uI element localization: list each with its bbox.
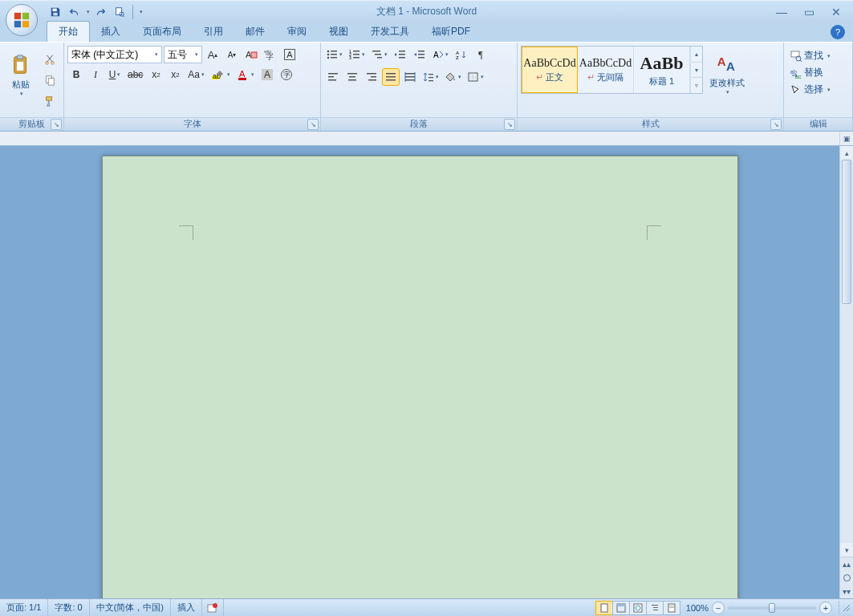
show-marks-button[interactable]: ¶ [472, 46, 489, 63]
change-case-button[interactable]: Aa▾ [185, 66, 207, 83]
shading-button[interactable]: ▾ [443, 68, 464, 86]
next-page-button[interactable]: ▾▾ [840, 585, 853, 598]
undo-dropdown[interactable]: ▾ [87, 9, 90, 15]
style-item-no-spacing[interactable]: AaBbCcDd ↵ 无间隔 [578, 47, 634, 93]
select-button[interactable]: 选择▾ [787, 81, 834, 98]
clipboard-launcher[interactable]: ↘ [51, 119, 62, 130]
replace-button[interactable]: abac 替换 [787, 64, 827, 81]
font-name-combo[interactable]: 宋体 (中文正文)▾ [67, 46, 162, 63]
style-item-heading-1[interactable]: AaBb 标题 1 [634, 47, 690, 93]
borders-button[interactable]: ▾ [465, 68, 486, 86]
shrink-font-button[interactable]: A▾ [223, 46, 241, 63]
cut-button[interactable] [41, 51, 59, 68]
tab-home[interactable]: 开始 [47, 21, 90, 42]
view-full-screen-button[interactable] [612, 601, 630, 615]
subscript-button[interactable]: x2 [147, 66, 165, 83]
scroll-up-button[interactable]: ▴ [840, 146, 853, 160]
qat-customize-dropdown[interactable]: ▾ [140, 9, 143, 15]
font-color-button[interactable]: A▾ [234, 66, 257, 83]
format-painter-button[interactable] [41, 92, 59, 110]
zoom-out-button[interactable]: − [712, 602, 725, 614]
minimize-button[interactable]: ― [773, 4, 790, 20]
paragraph-launcher[interactable]: ↘ [504, 119, 515, 130]
tab-foxit-pdf[interactable]: 福昕PDF [420, 22, 481, 42]
sort-button[interactable]: AZ [453, 46, 470, 63]
justify-button[interactable] [382, 68, 400, 86]
line-spacing-button[interactable]: ▾ [420, 68, 441, 86]
vertical-scrollbar[interactable]: ▴ ▾ ▴▴ ▾▾ [839, 146, 853, 598]
decrease-indent-button[interactable] [392, 46, 409, 63]
font-launcher[interactable]: ↘ [307, 119, 319, 130]
document-page[interactable] [102, 156, 738, 598]
highlight-button[interactable]: ab▾ [209, 66, 233, 83]
underline-button[interactable]: U▾ [106, 66, 124, 83]
view-draft-button[interactable] [663, 601, 680, 615]
tab-insert[interactable]: 插入 [90, 22, 132, 42]
save-button[interactable] [47, 3, 64, 21]
strikethrough-button[interactable]: abc [125, 66, 145, 83]
status-page[interactable]: 页面: 1/1 [0, 599, 48, 616]
paste-button[interactable]: 粘贴 ▾ [5, 47, 37, 102]
align-right-button[interactable] [363, 68, 380, 86]
ruler-toggle-button[interactable]: ▣ [839, 132, 853, 146]
numbering-button[interactable]: 123▾ [347, 46, 368, 63]
increase-indent-button[interactable] [411, 46, 429, 63]
bold-button[interactable]: B [67, 66, 85, 83]
view-web-layout-button[interactable] [629, 601, 647, 615]
grow-font-button[interactable]: A▴ [204, 46, 221, 63]
character-shading-button[interactable]: A [258, 66, 276, 83]
multilevel-list-button[interactable]: ▾ [369, 46, 390, 63]
tab-mailings[interactable]: 邮件 [234, 22, 276, 42]
align-left-button[interactable] [324, 68, 342, 86]
help-button[interactable]: ? [831, 25, 845, 39]
status-word-count[interactable]: 字数: 0 [48, 599, 89, 616]
asian-layout-button[interactable]: A▾ [430, 46, 451, 63]
styles-launcher[interactable]: ↘ [770, 119, 782, 130]
zoom-slider[interactable] [728, 606, 816, 610]
gallery-up-button[interactable]: ▴ [691, 47, 702, 63]
tab-page-layout[interactable]: 页面布局 [132, 22, 193, 42]
status-insert-mode[interactable]: 插入 [171, 599, 202, 616]
status-macro-button[interactable] [202, 599, 224, 616]
office-button[interactable] [6, 4, 38, 36]
zoom-value[interactable]: 100% [686, 603, 709, 613]
scroll-down-button[interactable]: ▾ [840, 543, 853, 557]
close-button[interactable]: ✕ [827, 4, 845, 20]
gallery-more-button[interactable]: ▿ [691, 78, 702, 93]
align-center-button[interactable] [343, 68, 361, 86]
zoom-in-button[interactable]: + [819, 602, 832, 614]
maximize-button[interactable]: ▭ [800, 4, 818, 20]
print-preview-button[interactable] [111, 3, 128, 21]
view-outline-button[interactable] [646, 601, 664, 615]
clear-formatting-button[interactable]: A [242, 46, 260, 63]
change-styles-button[interactable]: AA 更改样式 ▾ [705, 46, 749, 100]
character-border-button[interactable]: A [281, 46, 299, 63]
undo-button[interactable] [66, 3, 83, 21]
previous-page-button[interactable]: ▴▴ [840, 557, 853, 571]
distributed-button[interactable] [401, 68, 419, 86]
view-print-layout-button[interactable] [595, 601, 613, 615]
superscript-button[interactable]: x2 [166, 66, 184, 83]
font-size-combo[interactable]: 五号▾ [164, 46, 202, 63]
italic-button[interactable]: I [87, 66, 104, 83]
status-language[interactable]: 中文(简体，中国) [90, 599, 171, 616]
resize-grip[interactable] [839, 601, 853, 615]
tab-view[interactable]: 视图 [318, 22, 359, 42]
tab-review[interactable]: 审阅 [276, 22, 318, 42]
tab-developer[interactable]: 开发工具 [359, 22, 420, 42]
scroll-track[interactable] [840, 160, 853, 543]
gallery-down-button[interactable]: ▾ [691, 63, 702, 79]
horizontal-ruler[interactable] [0, 132, 839, 146]
copy-button[interactable] [41, 71, 59, 89]
document-scroll-area[interactable] [0, 146, 839, 598]
bullets-button[interactable]: ▾ [324, 46, 345, 63]
find-button[interactable]: 查找▾ [787, 47, 834, 64]
enclose-characters-button[interactable]: 字 [278, 66, 295, 83]
select-browse-object-button[interactable] [840, 571, 853, 585]
zoom-slider-thumb[interactable] [769, 603, 775, 613]
style-item-normal[interactable]: AaBbCcDd ↵ 正文 [522, 47, 578, 93]
tab-references[interactable]: 引用 [193, 22, 234, 42]
scroll-thumb[interactable] [842, 160, 851, 304]
phonetic-guide-button[interactable]: wén字 [262, 46, 279, 63]
redo-button[interactable] [91, 3, 109, 21]
